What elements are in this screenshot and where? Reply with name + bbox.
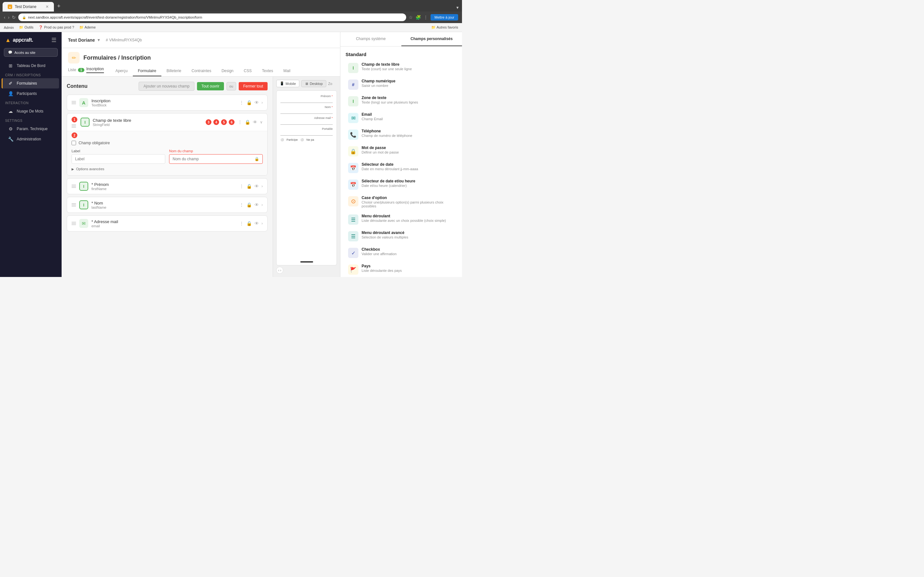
tab-css[interactable]: CSS	[239, 66, 257, 76]
drag-handle-nom[interactable]	[71, 203, 76, 206]
close-all-btn[interactable]: Fermer tout	[239, 82, 268, 90]
label-input[interactable]	[71, 154, 165, 164]
field-texte-lock-btn[interactable]: 🔒	[245, 119, 250, 125]
tab-close-btn[interactable]: ✕	[45, 5, 49, 9]
tab-dropdown-btn[interactable]: ▼	[456, 5, 459, 11]
bookmark-admin[interactable]: Admin	[4, 26, 14, 29]
bookmark-outils[interactable]: 📁 Outils	[19, 25, 33, 29]
tab-formulaire[interactable]: Formulaire	[133, 66, 162, 76]
fti-email-name: Email	[362, 112, 454, 117]
field-prenom-eye-btn[interactable]: 👁	[254, 184, 259, 189]
field-nom-collapse-btn[interactable]: ›	[262, 203, 263, 207]
tab-favicon: ▲	[8, 5, 12, 9]
drag-handle-prenom[interactable]	[71, 185, 76, 188]
fti-pays[interactable]: 🚩 Pays Liste déroulante des pays	[343, 261, 459, 277]
field-inscription-lock-btn[interactable]: 🔒	[246, 100, 252, 105]
bookmark-btn[interactable]: ☆	[409, 15, 413, 20]
participants-icon: 👤	[8, 91, 13, 96]
fti-date[interactable]: 📅 Sélecteur de date Date en menu déroula…	[343, 160, 459, 176]
sidebar-item-formulaires[interactable]: ✐ Formulaires	[2, 78, 59, 89]
fti-telephone[interactable]: 📞 Téléphone Champ de numéro de téléphone	[343, 126, 459, 142]
desktop-btn[interactable]: 🖥 Desktop	[301, 80, 326, 87]
fti-pays-info: Pays Liste déroulante des pays	[362, 264, 454, 272]
panel-toggle-btn[interactable]: ‹ ›	[276, 267, 283, 274]
field-nom-lock-btn[interactable]: 🔒	[246, 202, 252, 207]
add-field-btn[interactable]: Ajouter un nouveau champ	[139, 82, 194, 91]
field-nom-more-btn[interactable]: ⋮	[239, 202, 244, 207]
drag-handle-email[interactable]	[71, 222, 76, 225]
nav-back-btn[interactable]: ‹	[4, 15, 5, 20]
drag-handle-texte[interactable]	[71, 124, 78, 127]
tab-billeterie[interactable]: Billeterie	[162, 66, 186, 76]
field-inscription-more-btn[interactable]: ⋮	[239, 100, 244, 105]
fti-menu-avance[interactable]: ☰ Menu déroulant avancé Sélection de val…	[343, 228, 459, 244]
advanced-options-toggle[interactable]: ▶ Options avancées	[71, 167, 263, 171]
fti-zone-texte[interactable]: I Zone de texte Texte (long) sur une plu…	[343, 93, 459, 109]
field-texte-collapse-btn[interactable]: ∨	[260, 120, 263, 124]
active-tab[interactable]: ▲ Test Doriane ✕	[3, 2, 54, 11]
fti-dateheure-desc: Date et/ou heure (calendrier)	[362, 184, 454, 187]
field-name-input[interactable]	[173, 157, 254, 161]
field-email-lock-btn[interactable]: 🔒	[246, 221, 252, 226]
field-texte-eye-btn[interactable]: 👁	[253, 119, 257, 125]
extensions-btn[interactable]: 🧩	[415, 15, 421, 20]
event-dropdown-btn[interactable]: ▼	[97, 38, 101, 42]
open-all-btn[interactable]: Tout ouvrir	[197, 82, 224, 90]
tab-design[interactable]: Design	[216, 66, 238, 76]
field-email-collapse-btn[interactable]: ›	[262, 221, 263, 226]
fti-checkbox-desc: Valider une affirmation	[362, 252, 454, 256]
tab-contraintes[interactable]: Contraintes	[186, 66, 216, 76]
nav-reload-btn[interactable]: ↻	[12, 15, 16, 20]
sidebar-item-nuage[interactable]: ☁ Nuage De Mots	[3, 106, 59, 116]
section-label-crm: CRM / INSCRIPTIONS	[0, 71, 61, 78]
fti-date-heure[interactable]: 📅 Sélecteur de date et/ou heure Date et/…	[343, 176, 459, 192]
field-email-name: * Adresse mail	[91, 219, 236, 224]
url-bar[interactable]: 🔒 next.sandbox.appcraft.events/appcraft/…	[18, 13, 406, 21]
fti-mot-de-passe[interactable]: 🔒 Mot de passe Définir un mot de passe	[343, 143, 459, 159]
new-tab-btn[interactable]: +	[54, 2, 64, 11]
mandatory-checkbox[interactable]	[71, 141, 76, 145]
fti-menu-deroulant[interactable]: ☰ Menu déroulant Liste déroulante avec u…	[343, 211, 459, 227]
tab-textes[interactable]: Textes	[257, 66, 278, 76]
mandatory-row: Champ obligatoire	[71, 139, 263, 148]
sidebar-item-tableau-de-bord[interactable]: ⊞ Tableau De Bord	[3, 61, 59, 71]
sidebar-item-participants[interactable]: 👤 Participants	[3, 89, 59, 99]
tab-mail[interactable]: Mail	[278, 66, 296, 76]
fti-texte-libre[interactable]: I Champ de texte libre Texte (court) sur…	[343, 60, 459, 76]
panel-tab-personnalises[interactable]: Champs personnalisés	[401, 32, 462, 46]
field-nom-eye-btn[interactable]: 👁	[254, 202, 259, 207]
fti-motpasse-desc: Définir un mot de passe	[362, 150, 454, 154]
hamburger-btn[interactable]: ☰	[51, 37, 57, 44]
update-btn[interactable]: Mettre à jour	[431, 14, 458, 21]
field-inscription-collapse-btn[interactable]: ›	[262, 100, 263, 105]
bookmark-ademe[interactable]: 📁 Ademe	[79, 25, 95, 29]
panel-tab-systeme[interactable]: Champs système	[341, 32, 401, 46]
mobile-btn[interactable]: 📱 Mobile	[276, 80, 299, 87]
nav-forward-btn[interactable]: ›	[8, 15, 10, 20]
sidebar-item-administration[interactable]: 🔧 Administration	[3, 134, 59, 144]
field-email-more-btn[interactable]: ⋮	[239, 221, 244, 226]
field-texte-more-btn[interactable]: ⋮	[238, 119, 242, 125]
access-site-btn[interactable]: 💬 Accès au site	[4, 48, 58, 57]
fti-date-info: Sélecteur de date Date en menu déroulant…	[362, 162, 454, 171]
bookmark-prod[interactable]: ❓ Prod ou pas prod ?	[39, 25, 74, 29]
field-email-eye-btn[interactable]: 👁	[254, 221, 259, 226]
mobile-icon: 📱	[280, 81, 284, 85]
breadcrumb-badge: 1	[78, 68, 84, 72]
drag-handle-inscription[interactable]	[71, 101, 76, 104]
field-prenom-more-btn[interactable]: ⋮	[239, 184, 244, 189]
sidebar-item-param-technique[interactable]: ⚙ Param. Technique	[3, 124, 59, 134]
breadcrumb-list[interactable]: Liste	[68, 68, 76, 72]
settings-btn[interactable]: ⋮	[423, 15, 428, 20]
field-inscription-eye-btn[interactable]: 👁	[254, 100, 259, 105]
tab-apercu[interactable]: Aperçu	[110, 66, 133, 76]
bookmark-autres[interactable]: 📁 Autres favoris	[431, 25, 458, 29]
fti-numerique[interactable]: # Champ numérique Saisir un nombre	[343, 76, 459, 92]
sidebar-label-dashboard: Tableau De Bord	[17, 63, 45, 68]
field-inscription-name: Inscription	[91, 98, 236, 103]
fti-email[interactable]: ✉ Email Champ Email	[343, 110, 459, 126]
field-prenom-lock-btn[interactable]: 🔒	[246, 184, 252, 189]
field-prenom-collapse-btn[interactable]: ›	[262, 184, 263, 189]
fti-checkbox[interactable]: ✓ Checkbox Valider une affirmation	[343, 245, 459, 261]
fti-case-option[interactable]: ⊙ Case d'option Choisir une/plusieurs op…	[343, 193, 459, 211]
